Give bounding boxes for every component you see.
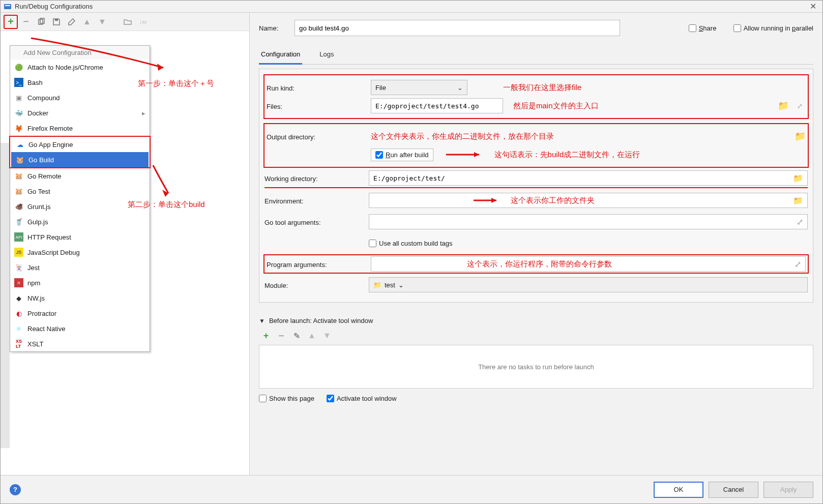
popup-item-grunt[interactable]: 🐗Grunt.js (10, 199, 150, 214)
move-up-button[interactable]: ▲ (80, 15, 94, 29)
popup-item-label: Compound (27, 94, 60, 102)
annotation-workdir: 这个表示你工作的文件夹 (511, 196, 595, 205)
remove-config-button[interactable]: − (19, 15, 33, 29)
folder-browse-icon[interactable]: 📁 (793, 196, 803, 205)
titlebar: Run/Debug Configurations ✕ (1, 1, 822, 13)
workdir-input[interactable]: 📁 (369, 170, 808, 186)
popup-item-label: Go Test (27, 188, 50, 195)
popup-item-go-build[interactable]: 🐹Go Build (11, 152, 149, 167)
popup-item-go-remote[interactable]: 🐹Go Remote (10, 168, 150, 184)
popup-item-jest[interactable]: 🃏Jest (10, 260, 150, 275)
bl-add-button[interactable]: + (259, 329, 273, 343)
env-input[interactable]: 这个表示你工作的文件夹 📁 (369, 193, 808, 208)
annotation-outdir: 这个文件夹表示，你生成的二进制文件，放在那个目录 (371, 132, 554, 141)
move-down-button[interactable]: ▼ (95, 15, 109, 29)
help-icon[interactable]: ? (10, 484, 21, 495)
popup-item-label: Attach to Node.js/Chrome (27, 64, 103, 71)
folder-button[interactable] (121, 15, 135, 29)
popup-item-go-test[interactable]: 🐹Go Test (10, 184, 150, 199)
left-toolbar: + − ▲ ▼ ↓az (1, 13, 249, 31)
name-input[interactable] (295, 20, 620, 36)
expand-icon[interactable]: ⤢ (795, 259, 801, 269)
popup-item-http[interactable]: APIHTTP Request (10, 229, 150, 245)
popup-item-compound[interactable]: ▣Compound (10, 90, 150, 105)
popup-item-label: Gulp.js (27, 218, 48, 226)
submenu-arrow-icon: ▸ (142, 109, 145, 117)
popup-item-bash[interactable]: >_Bash (10, 75, 150, 90)
popup-item-docker[interactable]: 🐳Docker▸ (10, 105, 150, 121)
add-config-popup: Add New Configuration 🟢Attach to Node.js… (10, 45, 150, 352)
module-select[interactable]: 📁 test ⌄ (369, 277, 808, 292)
popup-item-gulp[interactable]: 🥤Gulp.js (10, 214, 150, 229)
app-icon (4, 3, 12, 11)
bl-down-button[interactable]: ▼ (320, 329, 334, 343)
runkind-select[interactable]: File ⌄ (371, 80, 467, 95)
popup-item-label: Protractor (27, 310, 56, 317)
popup-item-label: Grunt.js (27, 203, 51, 211)
tab-configuration[interactable]: Configuration (259, 46, 302, 65)
popup-item-label: Jest (27, 264, 40, 272)
popup-item-label: Docker (27, 109, 48, 117)
module-value: test (385, 281, 395, 289)
before-launch-title: Before launch: Activate tool window (269, 317, 373, 324)
ok-button[interactable]: OK (654, 482, 703, 498)
show-page-checkbox[interactable]: Show this page (259, 395, 314, 402)
folder-browse-icon[interactable]: 📁 (793, 173, 803, 183)
popup-item-npm[interactable]: nnpm (10, 275, 150, 290)
popup-item-label: Bash (27, 79, 43, 86)
popup-item-attach-nodejs[interactable]: 🟢Attach to Node.js/Chrome (10, 60, 150, 75)
bl-edit-button[interactable]: ✎ (289, 329, 304, 343)
expand-icon[interactable]: ⤢ (797, 102, 803, 110)
save-config-button[interactable] (49, 15, 64, 29)
popup-item-protractor[interactable]: ◐Protractor (10, 306, 150, 321)
bl-up-button[interactable]: ▲ (305, 329, 319, 343)
popup-title: Add New Configuration (10, 46, 150, 60)
svg-rect-4 (55, 19, 58, 21)
folder-browse-icon[interactable]: 📁 (778, 100, 789, 111)
edit-templates-button[interactable] (65, 15, 79, 29)
popup-item-react-native[interactable]: ⚛React Native (10, 321, 150, 336)
folder-browse-icon[interactable]: 📁 (795, 131, 806, 142)
cancel-button[interactable]: Cancel (709, 482, 758, 498)
activate-tool-checkbox[interactable]: Activate tool window (327, 395, 397, 402)
runkind-value: File (375, 84, 386, 92)
popup-item-go-app-engine[interactable]: ☁Go App Engine (11, 137, 149, 152)
env-label: Environment: (264, 196, 364, 205)
run-after-build-checkbox[interactable]: Run after build (371, 149, 433, 161)
copy-config-button[interactable] (34, 15, 48, 29)
apply-button[interactable]: Apply (763, 482, 813, 498)
popup-item-label: HTTP Request (27, 233, 71, 241)
popup-item-js-debug[interactable]: JSJavaScript Debug (10, 245, 150, 260)
tab-logs[interactable]: Logs (317, 46, 336, 64)
popup-item-nwjs[interactable]: ◆NW.js (10, 290, 150, 306)
popup-item-label: NW.js (27, 294, 45, 302)
share-checkbox[interactable]: SSharehare (689, 24, 719, 32)
collapse-caret-icon[interactable]: ▼ (259, 317, 265, 324)
popup-item-label: Go App Engine (28, 141, 73, 149)
runkind-label: Run kind: (267, 83, 366, 92)
annotation-files: 然后是main文件的主入口 (513, 101, 599, 111)
popup-item-label: XSLT (27, 340, 44, 348)
popup-item-firefox[interactable]: 🦊Firefox Remote (10, 121, 150, 136)
allow-parallel-checkbox[interactable]: Allow running in parallel (733, 24, 813, 32)
expand-icon[interactable]: ⤢ (797, 217, 803, 227)
bl-remove-button[interactable]: − (274, 329, 288, 343)
annotation-progargs: 这个表示，你运行程序，附带的命令行参数 (467, 259, 612, 269)
close-icon[interactable]: ✕ (807, 2, 819, 11)
chevron-down-icon: ⌄ (457, 84, 463, 92)
popup-item-xslt[interactable]: XSLTXSLT (10, 336, 150, 351)
progargs-input[interactable]: 这个表示，你运行程序，附带的命令行参数 ⤢ (371, 256, 806, 272)
chevron-down-icon: ⌄ (398, 281, 404, 289)
sort-button[interactable]: ↓az (136, 15, 150, 29)
gotool-input[interactable]: ⤢ (369, 214, 808, 229)
popup-item-label: Firefox Remote (27, 125, 73, 132)
files-label: Files: (267, 102, 366, 110)
svg-marker-8 (491, 198, 496, 203)
popup-item-label: JavaScript Debug (27, 249, 80, 256)
svg-rect-1 (5, 5, 10, 6)
files-input[interactable] (371, 98, 503, 113)
add-config-button[interactable]: + (4, 15, 18, 29)
workdir-label: Working directory: (264, 174, 364, 183)
use-tags-checkbox[interactable]: Use all custom build tags (369, 240, 453, 247)
svg-marker-7 (474, 152, 479, 157)
